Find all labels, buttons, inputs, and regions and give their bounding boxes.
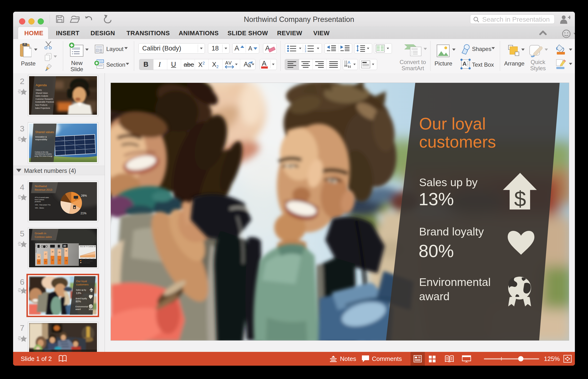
svg-text:Q1: Q1 [81, 258, 83, 259]
svg-text:Sales up by: Sales up by [76, 289, 86, 291]
svg-text:22: 22 [45, 261, 47, 262]
svg-text:Innovation &: Innovation & [35, 136, 47, 138]
svg-text:15: 15 [38, 256, 40, 258]
svg-text:Shared Vision: Shared Vision [36, 92, 48, 94]
svg-text:manufacturing company: manufacturing company [35, 153, 52, 155]
svg-text:New Products: New Products [35, 104, 48, 106]
svg-text:Sales in Millions: Sales in Millions [35, 242, 37, 253]
svg-text:36: 36 [65, 250, 67, 252]
svg-text:History: History [36, 89, 42, 91]
svg-text:26%: 26% [81, 194, 87, 197]
svg-text:Q2: Q2 [85, 258, 87, 259]
svg-text:using 75% Green Energy.: using 75% Green Energy. [34, 155, 53, 157]
svg-text:Growth in: Growth in [35, 232, 46, 235]
svg-text:responsibility: responsibility [35, 138, 48, 141]
svg-text:Environmental: Environmental [419, 276, 490, 288]
svg-text:Revenue 2013: Revenue 2013 [35, 188, 52, 191]
svg-text:Sustainable Practices: Sustainable Practices [35, 101, 54, 103]
svg-text:A: A [462, 61, 467, 67]
svg-text:customers: customers [419, 133, 496, 151]
svg-text:Our loyal: Our loyal [419, 114, 486, 133]
svg-text:Sales up by: Sales up by [419, 176, 478, 189]
svg-text:from Contoso: from Contoso [35, 199, 44, 200]
svg-text:Overall Sales: Overall Sales [82, 262, 90, 264]
svg-text:2013 3D TV Contoso driven sale: 2013 3D TV Contoso driven sales [80, 246, 97, 247]
svg-text:customers: customers [76, 283, 89, 286]
svg-text:Brand loyalty: Brand loyalty [76, 297, 87, 300]
svg-text:Shared values: Shared values [35, 130, 54, 134]
svg-text:$: $ [514, 187, 526, 211]
svg-text:Q3: Q3 [89, 258, 91, 259]
svg-text:products: products [35, 201, 41, 203]
svg-text:33: 33 [52, 259, 54, 261]
svg-text:Sales Projections: Sales Projections [35, 107, 50, 109]
svg-text:20: 20 [38, 261, 40, 263]
svg-text:33: 33 [58, 259, 60, 261]
svg-text:13%: 13% [419, 189, 454, 209]
svg-text:Environmental: Environmental [75, 305, 88, 308]
svg-text:26: 26 [58, 252, 60, 253]
svg-text:award: award [75, 308, 81, 310]
svg-text:Contoso is the only: Contoso is the only [35, 151, 48, 153]
svg-text:A: A [348, 61, 350, 65]
svg-text:Our loyal: Our loyal [76, 280, 87, 283]
svg-text:Agenda: Agenda [36, 83, 47, 87]
svg-text:Customer Research: Customer Research [35, 98, 53, 100]
svg-text:21%: 21% [81, 212, 86, 215]
svg-text:+6% - Flat screen TVs: +6% - Flat screen TVs [35, 204, 51, 206]
svg-text:Brand loyalty: Brand loyalty [419, 225, 484, 238]
svg-text:Northwind: Northwind [35, 185, 47, 188]
svg-text:27: 27 [45, 253, 47, 255]
svg-text:28: 28 [65, 260, 67, 261]
svg-text:3D: 3D [63, 245, 66, 247]
svg-text:Q4: Q4 [93, 258, 95, 259]
svg-text:+8% - Stereo: +8% - Stereo [35, 207, 44, 209]
svg-text:80%: 80% [76, 300, 81, 303]
svg-text:13%: 13% [76, 292, 82, 295]
svg-text:Contoso sales: Contoso sales [35, 236, 52, 238]
svg-text:$: $ [90, 289, 92, 292]
svg-text:Contoso Products: Contoso Products [82, 260, 93, 262]
svg-text:47% of overall sales: 47% of overall sales [35, 197, 49, 198]
svg-text:28: 28 [52, 251, 54, 253]
svg-text:award: award [419, 290, 450, 302]
svg-text:80%: 80% [419, 241, 454, 261]
svg-text:3: 3 [305, 50, 306, 52]
svg-text:Sales Analysis: Sales Analysis [35, 95, 48, 97]
